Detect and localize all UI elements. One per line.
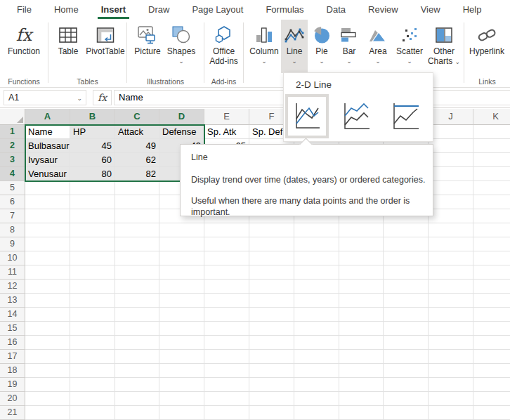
- cell-F19[interactable]: [249, 378, 294, 392]
- cell-I17[interactable]: [384, 350, 429, 364]
- line-chart-option-2[interactable]: [340, 100, 372, 133]
- cell-B8[interactable]: [70, 223, 115, 237]
- cell-B15[interactable]: [70, 322, 115, 336]
- function-button[interactable]: fx Function: [3, 20, 45, 73]
- cell-G12[interactable]: [294, 280, 339, 294]
- cell-K17[interactable]: [473, 350, 510, 364]
- row-header-12[interactable]: 12: [0, 280, 25, 294]
- cell-C18[interactable]: [115, 364, 159, 378]
- cell-A18[interactable]: [25, 364, 70, 378]
- row-header-13[interactable]: 13: [0, 294, 25, 308]
- cell-J18[interactable]: [429, 364, 473, 378]
- name-box[interactable]: A1⌄: [4, 90, 86, 105]
- cell-J17[interactable]: [429, 350, 473, 364]
- cell-F14[interactable]: [249, 308, 294, 322]
- cell-I14[interactable]: [384, 308, 429, 322]
- column-header-A[interactable]: A: [25, 109, 70, 125]
- cell-C17[interactable]: [115, 350, 159, 364]
- cell-K9[interactable]: [473, 237, 510, 251]
- cell-I11[interactable]: [384, 265, 429, 280]
- select-all-corner[interactable]: [0, 109, 25, 125]
- column-header-C[interactable]: C: [115, 109, 159, 125]
- cell-J1[interactable]: [429, 125, 473, 139]
- cell-B17[interactable]: [70, 350, 115, 364]
- tab-page-layout[interactable]: Page Layout: [181, 0, 254, 20]
- cell-E17[interactable]: [204, 350, 249, 364]
- cell-E12[interactable]: [204, 280, 249, 294]
- cell-B6[interactable]: [70, 195, 115, 209]
- cell-B1[interactable]: HP: [70, 125, 115, 139]
- cell-H8[interactable]: [339, 223, 384, 237]
- cell-K14[interactable]: [473, 308, 510, 322]
- tab-insert[interactable]: Insert: [90, 0, 137, 20]
- scatter-chart-button[interactable]: Scatter ⌄: [393, 20, 426, 73]
- cell-G20[interactable]: [294, 392, 339, 406]
- row-header-18[interactable]: 18: [0, 364, 25, 378]
- cell-D9[interactable]: [159, 237, 204, 251]
- office-addins-button[interactable]: Office Add-ins: [207, 20, 241, 73]
- cell-C10[interactable]: [115, 251, 159, 265]
- row-header-9[interactable]: 9: [0, 237, 25, 251]
- cell-G15[interactable]: [294, 322, 339, 336]
- cell-A7[interactable]: [25, 209, 70, 223]
- row-header-6[interactable]: 6: [0, 195, 25, 209]
- cell-E21[interactable]: [204, 406, 249, 420]
- cell-H10[interactable]: [339, 251, 384, 265]
- cell-C3[interactable]: 62: [115, 153, 159, 167]
- cell-D16[interactable]: [159, 336, 204, 350]
- row-header-7[interactable]: 7: [0, 209, 25, 223]
- tab-data[interactable]: Data: [315, 0, 357, 20]
- line-chart-option-1[interactable]: [285, 94, 329, 138]
- cell-G16[interactable]: [294, 336, 339, 350]
- cell-A17[interactable]: [25, 350, 70, 364]
- cell-J2[interactable]: [429, 139, 473, 153]
- fx-button[interactable]: fx: [93, 90, 112, 105]
- row-header-21[interactable]: 21: [0, 406, 25, 420]
- cell-A6[interactable]: [25, 195, 70, 209]
- cell-K21[interactable]: [473, 406, 510, 420]
- cell-G10[interactable]: [294, 251, 339, 265]
- cell-K12[interactable]: [473, 280, 510, 294]
- pivottable-button[interactable]: PivotTable: [85, 20, 126, 73]
- cell-E1[interactable]: Sp. Atk: [204, 125, 249, 139]
- cell-E19[interactable]: [204, 378, 249, 392]
- cell-J14[interactable]: [429, 308, 473, 322]
- row-header-15[interactable]: 15: [0, 322, 25, 336]
- cell-K3[interactable]: [473, 153, 510, 167]
- row-header-17[interactable]: 17: [0, 350, 25, 364]
- cell-I20[interactable]: [384, 392, 429, 406]
- cell-A4[interactable]: Venusaur: [25, 167, 70, 181]
- area-chart-button[interactable]: Area ⌄: [363, 20, 393, 73]
- cell-H21[interactable]: [339, 406, 384, 420]
- row-header-20[interactable]: 20: [0, 392, 25, 406]
- cell-A10[interactable]: [25, 251, 70, 265]
- cell-B20[interactable]: [70, 392, 115, 406]
- cell-H18[interactable]: [339, 364, 384, 378]
- pie-chart-button[interactable]: Pie ⌄: [308, 20, 335, 73]
- cell-I12[interactable]: [384, 280, 429, 294]
- column-header-B[interactable]: B: [70, 109, 115, 125]
- row-header-2[interactable]: 2: [0, 139, 25, 153]
- cell-B4[interactable]: 80: [70, 167, 115, 181]
- cell-C2[interactable]: 49: [115, 139, 159, 153]
- row-header-19[interactable]: 19: [0, 378, 25, 392]
- cell-G9[interactable]: [294, 237, 339, 251]
- cell-D12[interactable]: [159, 280, 204, 294]
- cell-H12[interactable]: [339, 280, 384, 294]
- cell-K4[interactable]: [473, 167, 510, 181]
- cell-D15[interactable]: [159, 322, 204, 336]
- column-header-K[interactable]: K: [473, 109, 510, 125]
- cell-E20[interactable]: [204, 392, 249, 406]
- row-header-5[interactable]: 5: [0, 181, 25, 195]
- cell-D20[interactable]: [159, 392, 204, 406]
- cell-J9[interactable]: [429, 237, 473, 251]
- row-header-1[interactable]: 1: [0, 125, 25, 139]
- cell-J5[interactable]: [429, 181, 473, 195]
- other-charts-button[interactable]: Other Charts ⌄: [426, 20, 462, 73]
- cell-K10[interactable]: [473, 251, 510, 265]
- cell-I21[interactable]: [384, 406, 429, 420]
- cell-B19[interactable]: [70, 378, 115, 392]
- cell-G13[interactable]: [294, 294, 339, 308]
- cell-F9[interactable]: [249, 237, 294, 251]
- cell-D13[interactable]: [159, 294, 204, 308]
